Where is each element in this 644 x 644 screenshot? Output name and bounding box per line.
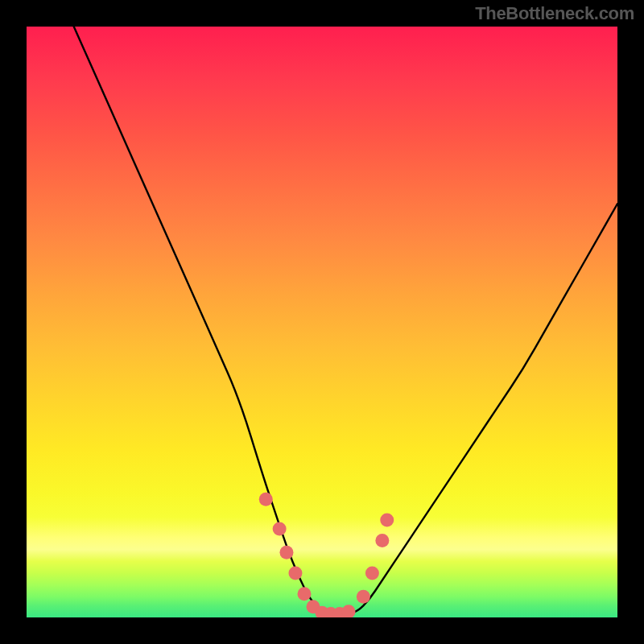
trough-marker	[273, 522, 287, 535]
trough-marker	[380, 513, 394, 526]
trough-markers	[259, 493, 394, 617]
trough-marker	[375, 534, 389, 547]
curve-layer	[27, 27, 617, 617]
trough-marker	[259, 493, 273, 506]
trough-marker	[297, 587, 311, 601]
bottleneck-curve	[74, 27, 617, 614]
chart-container: TheBottleneck.com	[0, 0, 644, 644]
trough-marker	[288, 566, 302, 580]
trough-marker	[357, 590, 370, 604]
trough-marker	[279, 546, 293, 559]
trough-marker	[365, 566, 379, 580]
plot-area	[27, 27, 617, 617]
watermark-text: TheBottleneck.com	[475, 3, 634, 24]
trough-marker	[342, 605, 356, 617]
